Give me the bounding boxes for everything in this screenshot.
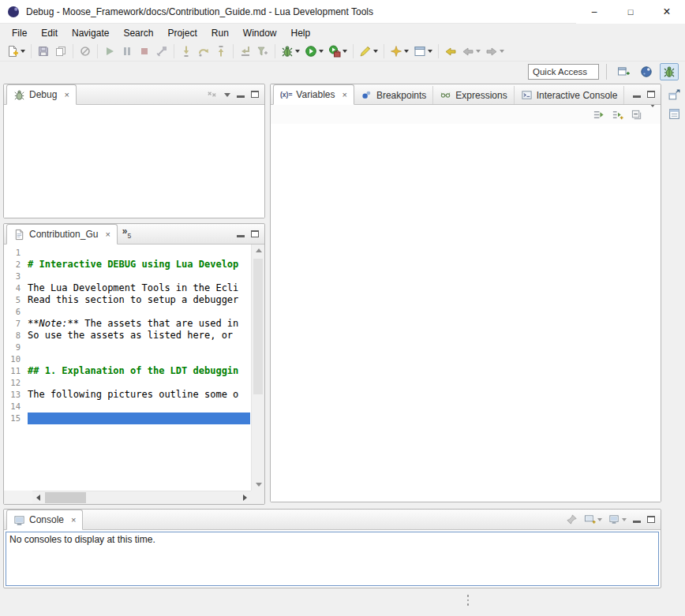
forward-dropdown-arrow[interactable] (500, 50, 504, 53)
view-menu-button[interactable] (224, 89, 230, 100)
forward-button[interactable] (483, 43, 507, 60)
step-into-button[interactable] (178, 43, 195, 60)
save-button[interactable] (35, 43, 52, 60)
menu-search[interactable]: Search (116, 26, 160, 40)
variables-tree-area[interactable] (271, 124, 661, 502)
last-edit-location-button[interactable] (442, 43, 459, 60)
external-tools-button[interactable] (326, 43, 350, 60)
open-perspective-button[interactable] (614, 63, 633, 80)
terminate-button[interactable] (136, 43, 153, 60)
tab-expressions[interactable]: Expressions (433, 86, 514, 104)
step-over-button[interactable] (195, 43, 212, 60)
drop-to-frame-button[interactable] (237, 43, 254, 60)
open-element-dropdown-arrow[interactable] (428, 50, 432, 53)
debug-perspective-button[interactable] (660, 63, 679, 80)
editor-text-area[interactable]: 1 2# Interactive DEBUG using Lua Develop… (4, 245, 251, 491)
external-tools-dropdown-arrow[interactable] (342, 50, 347, 53)
tab-breakpoints[interactable]: Breakpoints (354, 86, 433, 104)
menu-file[interactable]: File (5, 26, 34, 40)
run-dropdown-arrow[interactable] (319, 50, 324, 53)
horizontal-scroll-thumb[interactable] (45, 492, 86, 503)
scroll-right-arrow-icon[interactable] (243, 495, 247, 501)
menu-navigate[interactable]: Navigate (65, 26, 116, 40)
tab-debug[interactable]: Debug × (6, 84, 77, 105)
sash-handle[interactable] (466, 595, 470, 606)
maximize-view-button[interactable] (251, 91, 259, 98)
menu-edit[interactable]: Edit (34, 26, 65, 40)
open-element-button[interactable] (411, 43, 435, 60)
view-menu-button[interactable] (649, 107, 656, 121)
editor-horizontal-scrollbar[interactable] (32, 491, 251, 504)
skip-all-breakpoints-button[interactable] (77, 43, 94, 60)
close-window-button[interactable]: × (649, 0, 685, 24)
editor-line-selected: 15 (4, 413, 251, 424)
mark-occurrences-button[interactable] (357, 43, 380, 60)
collapse-all-button[interactable] (631, 109, 642, 121)
save-all-button[interactable] (52, 43, 69, 60)
tab-variables[interactable]: (x)= Variables × (273, 84, 354, 105)
debug-view-content[interactable] (4, 105, 264, 218)
debug-dropdown-arrow[interactable] (295, 50, 300, 53)
titlebar: Debug - Moose_Framework/docs/Contributio… (0, 0, 685, 24)
maximize-window-button[interactable]: □ (612, 0, 649, 24)
editor-line: 10 (4, 353, 251, 365)
minimize-window-button[interactable]: – (576, 0, 612, 24)
menu-run[interactable]: Run (204, 26, 236, 40)
minimize-view-button[interactable] (633, 91, 641, 98)
ldt-perspective-button[interactable] (637, 63, 656, 80)
display-selected-console-button[interactable] (608, 513, 627, 525)
display-console-dropdown-arrow[interactable] (622, 518, 627, 521)
new-wizard-dropdown-arrow[interactable] (404, 50, 409, 53)
use-step-filters-button[interactable] (254, 43, 271, 60)
new-button[interactable] (4, 43, 28, 60)
remove-all-terminated-button[interactable] (206, 88, 218, 100)
editor-line: 13The following pictures outline some o (4, 389, 251, 401)
tab-interactive-console[interactable]: Interactive Console (515, 86, 625, 104)
scroll-left-arrow-icon[interactable] (36, 495, 40, 501)
minimize-view-button[interactable] (237, 91, 245, 98)
maximize-view-button[interactable] (251, 230, 259, 237)
quick-access-input[interactable] (528, 64, 599, 80)
open-console-dropdown-arrow[interactable] (597, 518, 602, 521)
back-dropdown-arrow[interactable] (476, 50, 481, 53)
minimized-view-button[interactable] (668, 107, 681, 121)
interactive-console-icon (521, 89, 533, 101)
menu-help[interactable]: Help (284, 26, 318, 40)
tab-console[interactable]: Console × (6, 510, 83, 530)
step-return-button[interactable] (212, 43, 230, 60)
minimize-view-button[interactable] (633, 516, 641, 523)
resume-button[interactable] (101, 43, 118, 60)
scroll-down-arrow-icon[interactable] (256, 483, 262, 487)
menu-window[interactable]: Window (236, 26, 284, 40)
editor-vertical-scrollbar[interactable] (251, 245, 264, 491)
restore-view-button[interactable] (668, 88, 681, 102)
tab-console-close-icon[interactable]: × (71, 516, 76, 525)
line-text: Read this section to setup a debugger (28, 294, 238, 306)
open-console-button[interactable] (584, 513, 602, 525)
new-wizard-button[interactable] (387, 43, 411, 60)
debug-button[interactable] (279, 43, 302, 60)
maximize-view-button[interactable] (647, 91, 655, 98)
scroll-up-arrow-icon[interactable] (256, 248, 262, 252)
show-type-names-button[interactable] (593, 109, 605, 121)
tab-contribution-guide-close-icon[interactable]: × (105, 230, 110, 239)
editor-tab-overflow-chevron[interactable]: »5 (118, 226, 136, 244)
menu-project[interactable]: Project (160, 26, 204, 40)
editor-content[interactable]: 1 2# Interactive DEBUG using Lua Develop… (4, 245, 264, 504)
minimize-view-button[interactable] (237, 230, 245, 237)
tab-variables-close-icon[interactable]: × (342, 91, 347, 99)
tab-debug-close-icon[interactable]: × (64, 91, 69, 99)
show-logical-structure-button[interactable] (612, 109, 623, 121)
line-text-emphasis: **Note:** (28, 318, 79, 330)
suspend-button[interactable] (118, 43, 136, 60)
pin-console-button[interactable] (566, 513, 578, 525)
vertical-scroll-thumb[interactable] (253, 259, 263, 394)
run-button[interactable] (302, 43, 326, 60)
back-button[interactable] (459, 43, 483, 60)
new-dropdown-arrow[interactable] (21, 50, 25, 53)
disconnect-button[interactable] (153, 43, 170, 60)
maximize-view-button[interactable] (647, 516, 655, 523)
mark-occurrences-dropdown-arrow[interactable] (373, 50, 378, 53)
tab-contribution-guide[interactable]: Contribution_Gu × (6, 224, 118, 245)
console-content: No consoles to display at this time. (6, 532, 659, 586)
